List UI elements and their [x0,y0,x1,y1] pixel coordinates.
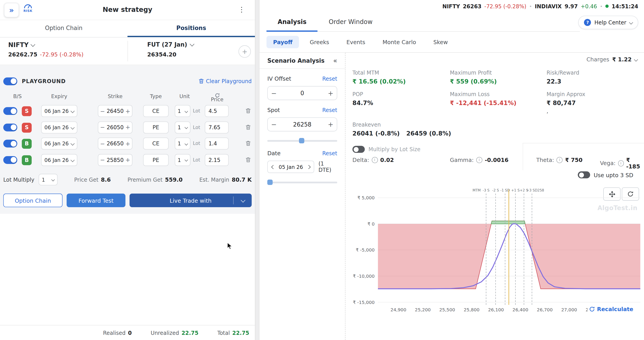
divider [233,197,234,204]
date-label: Date [267,150,280,156]
subtab-skew[interactable]: Skew [427,36,454,48]
add-strategy-button[interactable]: + [238,45,251,58]
tab-option-chain[interactable]: Option Chain [0,20,128,37]
side-badge[interactable]: B [22,155,32,165]
date-reset[interactable]: Reset [322,150,337,156]
expiry-select[interactable]: 06 Jan 26 [41,137,77,149]
collapse-panel-icon[interactable]: « [333,57,337,65]
stat-pop: POP84.7% [352,91,450,114]
instrument-selector[interactable]: NIFTY [8,41,35,49]
position-toggle[interactable] [3,139,18,147]
subtab-events[interactable]: Events [340,36,372,48]
lots-select[interactable]: 1 [175,105,190,117]
spot-slider[interactable] [267,138,337,143]
price-input[interactable] [205,121,229,133]
lot-multiply-select[interactable]: 1 [38,174,58,185]
subtab-payoff[interactable]: Payoff [266,36,299,48]
option-type-button[interactable]: CE [143,105,168,117]
strike-stepper[interactable]: −26050+ [98,121,132,133]
side-badge[interactable]: S [22,106,32,116]
more-options-button[interactable]: ⋮ [238,5,245,14]
help-center-button[interactable]: ? Help Center [578,16,638,29]
expand-panel-button[interactable]: » [4,3,19,17]
realised: Realised0 [103,330,132,336]
delete-row-button[interactable] [246,107,251,115]
expiry-select[interactable]: 06 Jan 26 [41,154,77,166]
clear-playground-button[interactable]: Clear Playground [198,78,252,84]
playground-title: PLAYGROUND [22,78,66,84]
strike-stepper[interactable]: −26650+ [98,137,132,149]
chevron-down-icon[interactable] [240,198,245,203]
option-type-button[interactable]: CE [143,137,168,149]
delete-row-button[interactable] [246,156,251,164]
increment-button[interactable]: + [324,120,337,128]
info-icon[interactable]: i [372,157,378,163]
risk-logo[interactable]: RISK [24,3,32,13]
charges[interactable]: Charges₹ 1.22 [586,56,638,63]
strike-stepper[interactable]: −26450+ [98,105,132,117]
price-input[interactable] [205,154,229,166]
live-trade-button[interactable]: Live Trade with [130,194,252,207]
info-icon[interactable]: i [476,157,482,163]
delete-row-button[interactable] [246,124,251,132]
prev-date-button[interactable] [268,163,278,171]
payoff-chart[interactable]: ₹ 5,000₹ 0₹ -5,000₹ -10,000₹ -15,00024,9… [346,186,644,315]
tab-positions[interactable]: Positions [128,20,255,37]
stat-margin: Margin Approx₹ 80,747, [546,91,640,114]
decrement-button[interactable]: − [268,89,280,97]
forward-test-button[interactable]: Forward Test [67,194,126,207]
use-sd-toggle[interactable] [578,171,590,178]
strategy-panel: » RISK New strategy ⋮ Option Chain Posit… [0,0,255,340]
svg-text:₹ -10,000: ₹ -10,000 [353,273,374,279]
side-badge[interactable]: S [22,122,32,132]
strike-stepper[interactable]: −25850+ [98,154,132,166]
price-input[interactable] [205,105,229,117]
tab-analysis[interactable]: Analysis [266,12,318,31]
delete-row-button[interactable] [246,140,251,148]
option-type-button[interactable]: PE [143,121,168,133]
tab-order-window[interactable]: Order Window [318,12,384,31]
subtab-monte-carlo[interactable]: Monte Carlo [376,36,422,48]
increment-button[interactable]: + [324,89,337,97]
option-chain-button[interactable]: Option Chain [3,194,62,207]
date-slider[interactable] [267,180,337,185]
lots-select[interactable]: 1 [175,154,190,166]
playground-toggle[interactable] [3,77,18,85]
position-toggle[interactable] [3,156,18,164]
instrument-row: NIFTY 26262.75-72.95 (-0.28%) FUT (27 Ja… [0,37,255,65]
slider-handle[interactable] [299,138,304,143]
spot-reset[interactable]: Reset [322,107,337,113]
col-strike: Strike [98,93,132,99]
panel-divider[interactable] [255,0,260,340]
multiply-lot-toggle[interactable] [352,146,365,153]
side-badge[interactable]: B [22,139,32,149]
position-toggle[interactable] [3,123,18,131]
lots-select[interactable]: 1 [175,137,190,149]
vix-value: 9.97 [564,3,578,10]
next-date-button[interactable] [303,163,314,171]
spot-value: 26258 [280,121,324,128]
trash-icon [246,108,251,114]
future-selector[interactable]: FUT (27 Jan) [147,41,194,48]
position-toggle[interactable] [3,107,18,115]
chevron-down-icon [184,142,188,145]
chevron-down-icon [31,42,36,47]
payoff-stats: Charges₹ 1.22 Total MTM₹ 16.56 (0.02%) M… [346,53,644,340]
info-icon[interactable]: i [618,160,624,166]
left-tabs: Option Chain Positions [0,20,255,37]
recalculate-button[interactable]: Recalculate [588,305,635,313]
info-icon[interactable]: i [556,157,563,163]
slider-track[interactable] [267,182,337,183]
expand-icon: » [9,6,14,15]
lots-select[interactable]: 1 [175,121,190,133]
price-input[interactable] [205,137,229,149]
option-type-button[interactable]: PE [143,154,168,166]
subtab-greeks[interactable]: Greeks [303,36,336,48]
nifty-label: NIFTY [442,3,460,10]
iv-offset-reset[interactable]: Reset [322,75,337,82]
slider-handle[interactable] [267,180,272,185]
expiry-select[interactable]: 06 Jan 26 [41,121,77,133]
expiry-select[interactable]: 06 Jan 26 [41,105,77,117]
playground-column-headers: B/S Expiry Strike Type Unit Price [3,90,252,103]
decrement-button[interactable]: − [268,120,280,128]
